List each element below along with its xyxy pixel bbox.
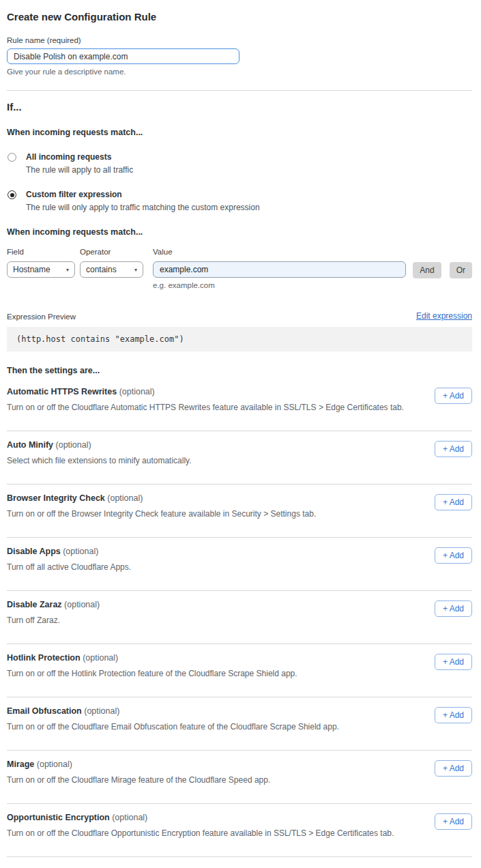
value-helper: e.g. example.com: [153, 281, 406, 289]
radio-all-incoming-description: The rule will apply to all traffic: [26, 165, 133, 175]
operator-select[interactable]: contains ▾: [80, 261, 143, 278]
expression-builder-row: Field Hostname ▾ Operator contains ▾ Val…: [7, 248, 472, 289]
add-button[interactable]: + Add: [435, 441, 472, 457]
setting-optional-label: (optional): [119, 387, 155, 396]
add-button[interactable]: + Add: [435, 388, 472, 404]
add-button[interactable]: + Add: [435, 654, 472, 670]
and-button[interactable]: And: [413, 262, 441, 278]
setting-description: Select which file extensions to minify a…: [7, 456, 424, 465]
setting-title: Browser Integrity Check (optional): [7, 493, 424, 503]
setting-row-polish: Polish (optional) ✕ Change the settings …: [7, 857, 472, 868]
radio-custom-filter-expression[interactable]: Custom filter expression The rule will o…: [7, 190, 472, 212]
setting-title: Email Obfuscation (optional): [7, 706, 424, 716]
then-settings-heading: Then the settings are...: [7, 366, 472, 375]
setting-row: Mirage (optional)Turn on or off the Clou…: [7, 751, 472, 804]
expression-preview-code: (http.host contains "example.com"): [7, 327, 472, 351]
add-button[interactable]: + Add: [435, 494, 472, 510]
section-divider: [7, 90, 472, 91]
chevron-down-icon: ▾: [134, 267, 137, 273]
setting-row: Automatic HTTPS Rewrites (optional)Turn …: [7, 378, 472, 431]
radio-all-incoming-requests[interactable]: All incoming requests The rule will appl…: [7, 152, 472, 175]
add-button[interactable]: + Add: [435, 601, 472, 617]
add-button[interactable]: + Add: [435, 707, 472, 723]
setting-row: Opportunistic Encryption (optional)Turn …: [7, 804, 472, 857]
setting-optional-label: (optional): [63, 547, 98, 556]
edit-expression-link[interactable]: Edit expression: [416, 311, 472, 321]
setting-row: Disable Apps (optional)Turn off all acti…: [7, 538, 472, 591]
setting-description: Turn off all active Cloudflare Apps.: [7, 562, 424, 572]
add-button[interactable]: + Add: [435, 760, 472, 777]
setting-optional-label: (optional): [112, 813, 147, 822]
create-configuration-rule-page: Create new Configuration Rule Rule name …: [0, 0, 481, 868]
value-input[interactable]: [153, 261, 406, 278]
setting-description: Turn off Zaraz.: [7, 616, 424, 625]
add-button[interactable]: + Add: [435, 813, 472, 830]
setting-title: Disable Apps (optional): [7, 547, 424, 556]
setting-title: Disable Zaraz (optional): [7, 600, 424, 609]
setting-description: Turn on or off the Hotlink Protection fe…: [7, 669, 424, 678]
settings-list: Automatic HTTPS Rewrites (optional)Turn …: [7, 378, 472, 857]
setting-optional-label: (optional): [64, 600, 100, 609]
expression-builder-match-label: When incoming requests match...: [7, 227, 472, 237]
operator-label: Operator: [80, 248, 143, 256]
setting-title: Hotlink Protection (optional): [7, 653, 424, 663]
setting-description: Turn on or off the Cloudflare Email Obfu…: [7, 722, 424, 732]
setting-row: Disable Zaraz (optional)Turn off Zaraz.+…: [7, 591, 472, 644]
incoming-requests-match-label: When incoming requests match...: [7, 128, 472, 137]
setting-optional-label: (optional): [83, 653, 118, 663]
value-label: Value: [153, 248, 406, 256]
setting-optional-label: (optional): [37, 760, 72, 769]
radio-custom-filter-label: Custom filter expression: [26, 190, 260, 199]
or-button[interactable]: Or: [450, 262, 472, 278]
setting-title: Mirage (optional): [7, 760, 424, 769]
setting-title: Opportunistic Encryption (optional): [7, 813, 424, 822]
page-title: Create new Configuration Rule: [7, 11, 472, 23]
setting-title: Auto Minify (optional): [7, 440, 424, 450]
setting-optional-label: (optional): [56, 440, 91, 450]
rule-name-input[interactable]: [7, 48, 239, 64]
setting-row: Hotlink Protection (optional)Turn on or …: [7, 644, 472, 697]
setting-description: Turn on or off the Cloudflare Automatic …: [7, 403, 424, 412]
rule-name-group: Rule name (required) Give your rule a de…: [7, 36, 472, 76]
expression-preview-label: Expression Preview: [7, 313, 76, 321]
setting-row: Auto Minify (optional)Select which file …: [7, 431, 472, 484]
setting-title: Automatic HTTPS Rewrites (optional): [7, 387, 424, 396]
setting-row: Browser Integrity Check (optional)Turn o…: [7, 484, 472, 538]
if-heading: If...: [7, 101, 472, 113]
setting-optional-label: (optional): [107, 493, 143, 503]
setting-description: Turn on or off the Cloudflare Mirage fea…: [7, 775, 424, 785]
rule-name-helper: Give your rule a descriptive name.: [7, 68, 472, 76]
chevron-down-icon: ▾: [66, 267, 69, 273]
setting-optional-label: (optional): [84, 706, 119, 716]
rule-name-label: Rule name (required): [7, 36, 472, 44]
setting-description: Turn on or off the Cloudflare Opportunis…: [7, 828, 424, 838]
setting-row: Email Obfuscation (optional)Turn on or o…: [7, 697, 472, 751]
field-select[interactable]: Hostname ▾: [7, 261, 75, 278]
radio-custom-filter-description: The rule will only apply to traffic matc…: [26, 203, 260, 212]
add-button[interactable]: + Add: [435, 547, 472, 564]
radio-all-incoming-label: All incoming requests: [26, 152, 133, 162]
field-label: Field: [7, 248, 75, 256]
setting-description: Turn on or off the Browser Integrity Che…: [7, 509, 424, 519]
radio-unselected-icon[interactable]: [8, 153, 16, 162]
radio-selected-icon[interactable]: [8, 190, 16, 199]
